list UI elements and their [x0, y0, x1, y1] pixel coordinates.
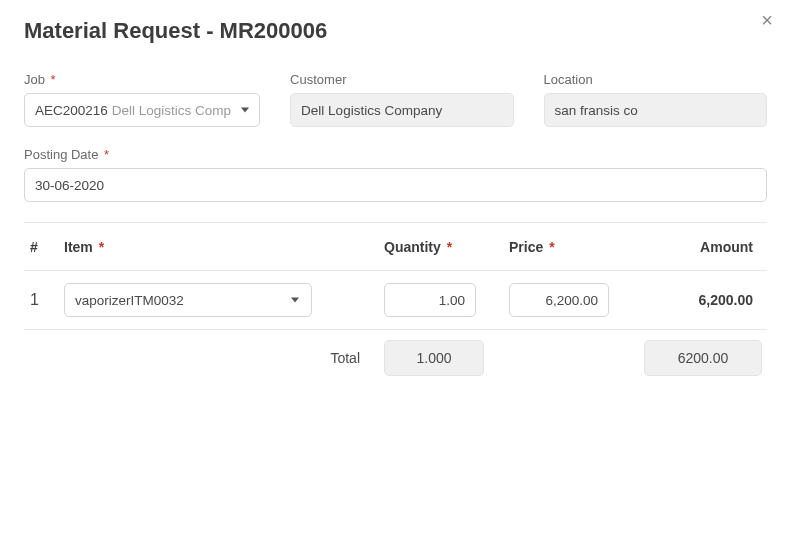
page-title: Material Request - MR200006 — [24, 18, 767, 44]
row-index: 1 — [24, 291, 64, 309]
totals-row: Total 1.000 6200.00 — [24, 330, 767, 386]
customer-label: Customer — [290, 72, 513, 87]
total-quantity: 1.000 — [384, 340, 484, 376]
job-label: Job * — [24, 72, 260, 87]
col-header-idx: # — [24, 239, 64, 255]
required-indicator: * — [99, 239, 104, 255]
posting-date-input[interactable] — [24, 168, 767, 202]
required-indicator: * — [104, 147, 109, 162]
quantity-input[interactable] — [384, 283, 476, 317]
col-header-amount: Amount — [634, 239, 767, 255]
chevron-down-icon — [291, 298, 299, 303]
customer-field — [290, 93, 513, 127]
price-input[interactable] — [509, 283, 609, 317]
item-code: ITM0032 — [131, 293, 184, 308]
amount-cell: 6,200.00 — [634, 292, 767, 308]
col-header-quantity: Quantity * — [384, 239, 509, 255]
col-header-price-text: Price — [509, 239, 543, 255]
items-table: # Item * Quantity * Price * Amount 1 vap… — [24, 222, 767, 330]
job-dropdown[interactable]: AEC200216 Dell Logistics Comp — [24, 93, 260, 127]
table-row: 1 vaporizer ITM0032 6,200.00 — [24, 271, 767, 329]
col-header-price: Price * — [509, 239, 634, 255]
job-selected-main: AEC200216 — [35, 103, 108, 118]
required-indicator: * — [51, 72, 56, 87]
location-label: Location — [544, 72, 767, 87]
job-label-text: Job — [24, 72, 45, 87]
required-indicator: * — [447, 239, 452, 255]
total-amount: 6200.00 — [644, 340, 762, 376]
total-label: Total — [24, 350, 384, 366]
close-icon[interactable]: × — [761, 10, 773, 30]
item-name: vaporizer — [75, 293, 131, 308]
col-header-item: Item * — [64, 239, 384, 255]
col-header-quantity-text: Quantity — [384, 239, 441, 255]
col-header-item-text: Item — [64, 239, 93, 255]
item-dropdown[interactable]: vaporizer ITM0032 — [64, 283, 312, 317]
chevron-down-icon — [241, 108, 249, 113]
posting-date-label: Posting Date * — [24, 147, 767, 162]
posting-date-label-text: Posting Date — [24, 147, 98, 162]
location-field — [544, 93, 767, 127]
job-selected-sub: Dell Logistics Comp — [112, 103, 231, 118]
required-indicator: * — [549, 239, 554, 255]
